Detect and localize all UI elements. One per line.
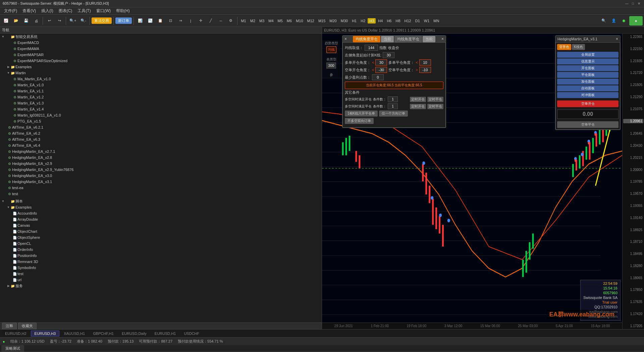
tree-item-hedging30[interactable]: ⚙ HedgingMartin_EA_v3.0	[0, 173, 322, 179]
time-open-btn1[interactable]: 定时开仓	[410, 97, 426, 102]
tf-m2[interactable]: M2	[249, 18, 257, 24]
tf-m3[interactable]: M3	[258, 18, 266, 24]
tree-item-testea[interactable]: ⚙ test-ea	[0, 185, 322, 191]
tree-item-hedging28[interactable]: ⚙ HedgingMartin_EA_v2.8	[0, 155, 322, 161]
tree-item-alltime64[interactable]: ⚙ AllTime_EA_v6.4	[0, 142, 322, 148]
navigator-content[interactable]: ▼ 📁 智能交易系统 ⚙ ExpertMACD ⚙ ExpertMAMA ⚙	[0, 34, 322, 322]
tb-save[interactable]: 💾	[21, 16, 31, 26]
tree-orderinfo[interactable]: 📄 OrderInfo	[0, 247, 322, 253]
menu-file[interactable]: 文件(F)	[1, 7, 20, 14]
short-open-value[interactable]	[375, 67, 387, 73]
tf-m10[interactable]: M10	[294, 18, 305, 24]
trading-panel-close[interactable]: ×	[344, 37, 347, 41]
min-profit-value[interactable]	[372, 74, 384, 80]
hp-menu-add[interactable]: 加仓面板	[557, 79, 619, 85]
close-button[interactable]: ✕	[637, 1, 641, 6]
tree-opencl[interactable]: 📄 OpenCL	[0, 240, 322, 247]
tree-item-ptg[interactable]: ⚙ PTG_EA_v1.5	[0, 118, 322, 124]
tree-item-martin[interactable]: ▼ 📁 Martin	[0, 70, 322, 76]
tb-chart-bar[interactable]: 📊	[136, 16, 145, 26]
minimize-button[interactable]: —	[625, 1, 629, 6]
tree-item-martin12[interactable]: ⚙ Martin_EA_v1.2	[0, 94, 322, 100]
tree-item-martin11[interactable]: ⚙ Martin_EA_v1.1	[0, 88, 322, 94]
tf-h1[interactable]: H1	[350, 18, 358, 24]
tree-item-mamartin[interactable]: ⚙ Ma_Martin_EA_v1.0	[0, 76, 322, 82]
tree-item-martinlg[interactable]: ⚙ Martin_lg038211_EA_v1.0	[0, 112, 322, 118]
hedging-close-btn[interactable]: ×	[616, 37, 618, 41]
tb-algo-indicator[interactable]: ●	[629, 16, 643, 26]
tree-test2[interactable]: 📄 test	[0, 271, 322, 277]
tree-item-expertmapsarsize[interactable]: ⚙ ExpertMAPSARSizeOptimized	[0, 58, 322, 64]
k-open-btn[interactable]: 1根K线只开平仓单	[345, 111, 378, 117]
hp-menu-close[interactable]: 平仓面板	[557, 72, 619, 78]
tb-zoom-fit[interactable]: ⊡	[166, 16, 175, 26]
tb-line[interactable]: ╱	[206, 16, 215, 26]
sell-open-btn[interactable]: 空单开仓	[557, 100, 619, 107]
tree-item-alltime63[interactable]: ⚙ AllTime_EA_v6.3	[0, 136, 322, 142]
menu-tools[interactable]: 工具(T)	[75, 7, 93, 14]
time-open-btn2[interactable]: 定时开仓	[410, 104, 426, 109]
tree-item-expertmama[interactable]: ⚙ ExpertMAMA	[0, 46, 322, 52]
tf-h2[interactable]: H2	[359, 18, 367, 24]
tab-usdchf[interactable]: USDCHF	[180, 331, 203, 337]
tf-h4[interactable]: H4	[376, 18, 384, 24]
tree-item-hedging31[interactable]: ⚙ HedgingMartin_EA_v3.1	[0, 179, 322, 185]
hp-menu-info[interactable]: 信息显示	[557, 58, 619, 64]
tb-zoom-out[interactable]: 🔍-	[78, 16, 88, 26]
tree-item-martin14[interactable]: ⚙ Martin_EA_v1.4	[0, 106, 322, 112]
multi-close-btn[interactable]: 不多空双向订单	[345, 118, 374, 124]
tb-undo[interactable]: ↩	[45, 16, 54, 26]
tp-tab-current2[interactable]: 当前	[423, 36, 435, 42]
hp-menu-open[interactable]: 开仓面板	[557, 65, 619, 71]
tree-item-test[interactable]: ⚙ test	[0, 191, 322, 197]
tab-eurusd-h1[interactable]: EURUSD,H1	[151, 331, 180, 337]
long-open-value[interactable]	[375, 59, 387, 65]
tb-signal[interactable]: ◉	[619, 16, 629, 26]
tb-account[interactable]: 👤	[609, 16, 619, 26]
nav-favorites-btn[interactable]: 收藏夹	[18, 322, 37, 329]
long-close-value[interactable]	[419, 59, 431, 65]
tree-objectsphere[interactable]: 📄 ObjectSphere	[0, 234, 322, 240]
menu-insert[interactable]: 插入(I)	[39, 7, 56, 14]
tp-tab-ma-open[interactable]: 均线角度开仓	[353, 36, 380, 42]
tab-eurusd-h3[interactable]: EURUSD,H3	[31, 331, 60, 337]
tf-m5[interactable]: M5	[276, 18, 284, 24]
tf-d1[interactable]: D1	[414, 18, 422, 24]
tf-mn[interactable]: MN	[432, 18, 441, 24]
tb-new-chart[interactable]: 📈	[1, 16, 11, 26]
tree-remnant3d[interactable]: 📄 Remnant 3D	[0, 259, 322, 265]
nav-comment-btn[interactable]: 注释	[2, 322, 17, 329]
tp-tab-ma-close[interactable]: 均线角度平仓	[394, 36, 422, 42]
tab-gbpchf-h1[interactable]: GBPCHF,H1	[89, 331, 117, 337]
tree-section-ea[interactable]: ▼ 📁 智能交易系统	[0, 34, 322, 40]
menu-help[interactable]: 帮助(H)	[113, 7, 132, 14]
tb-search[interactable]: 🔍	[599, 16, 608, 26]
hp-menu-auto[interactable]: 自动面板	[557, 85, 619, 91]
tree-item-expertmacd[interactable]: ⚙ ExpertMACD	[0, 40, 322, 46]
tf-m6[interactable]: M6	[285, 18, 293, 24]
tree-scripts-examples[interactable]: ▼ 📁 Examples	[0, 204, 322, 210]
tp-tab-current1[interactable]: 当前	[381, 36, 394, 42]
tree-accountinfo[interactable]: 📄 AccountInfo	[0, 210, 322, 216]
hp-tab-bgcolor[interactable]: 背景色	[557, 44, 571, 50]
new-order-button[interactable]: 新订单	[115, 17, 132, 24]
hp-menu-global[interactable]: 全局设置	[557, 52, 619, 58]
tb-zoom-in[interactable]: 🔍+	[68, 16, 78, 26]
ma-take-input[interactable]	[365, 45, 378, 51]
tree-item-alltime62[interactable]: ⚙ AllTime_EA_v6.2	[0, 130, 322, 136]
tb-auto-scroll[interactable]: ⇒	[176, 16, 185, 26]
cond-value2[interactable]	[388, 103, 398, 109]
tree-symbolinfo[interactable]: 📄 SymbolInfo	[0, 265, 322, 271]
amount-btn[interactable]: 300	[326, 62, 336, 69]
one-dir-btn[interactable]: 仅一个方向订单	[379, 111, 408, 117]
cond-value1[interactable]	[388, 96, 398, 102]
tb-objects[interactable]: ⚙	[226, 16, 235, 26]
tree-positioninfo[interactable]: 📄 PositionInfo	[0, 253, 322, 259]
strategy-tester-tab[interactable]: 策略测试	[1, 345, 24, 352]
short-close-value[interactable]	[419, 67, 431, 73]
angle-calc-input[interactable]	[383, 52, 394, 58]
tree-item-expertmapsar[interactable]: ⚙ ExpertMAPSAR	[0, 52, 322, 58]
tb-redo[interactable]: ↪	[55, 16, 64, 26]
time-close-btn2[interactable]: 定时平仓	[427, 104, 443, 109]
tf-h12[interactable]: H12	[403, 18, 413, 24]
